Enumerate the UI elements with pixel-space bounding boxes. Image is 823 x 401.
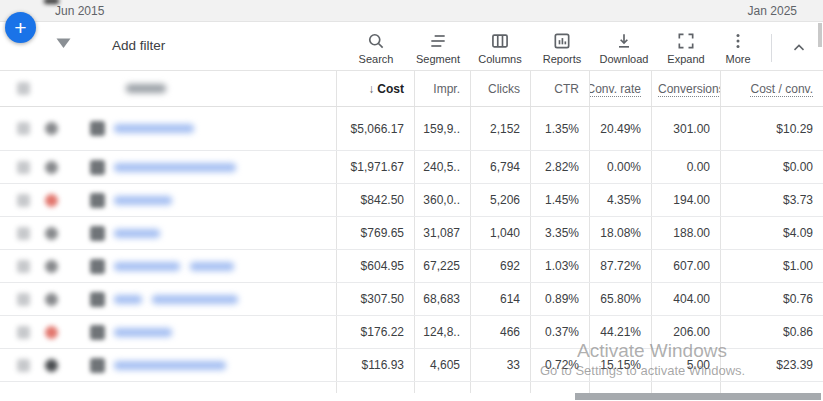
- status-icon: [45, 326, 58, 339]
- status-icon: [45, 227, 58, 240]
- table-row: $5,066.17 159,9.. 2,152 1.35% 20.49% 301…: [0, 107, 823, 151]
- campaign-type-icon: [90, 226, 105, 241]
- campaign-type-icon: [90, 160, 105, 175]
- row-checkbox[interactable]: [17, 326, 30, 339]
- reports-button[interactable]: Reports: [531, 31, 593, 65]
- timeline-strip: Jun 2015 Jan 2025: [0, 0, 823, 22]
- table-empty-strip: [0, 382, 823, 393]
- download-button[interactable]: Download: [593, 31, 655, 65]
- campaign-name-link[interactable]: [190, 262, 234, 271]
- column-header-cost-per-conv[interactable]: Cost / conv.: [720, 71, 823, 106]
- row-checkbox[interactable]: [17, 359, 30, 372]
- cell-conversions: 301.00: [651, 107, 720, 150]
- cell-ctr: 3.35%: [530, 217, 589, 249]
- cell-conv-rate: 44.21%: [589, 316, 651, 348]
- campaign-name-link[interactable]: [114, 361, 226, 370]
- search-button[interactable]: Search: [345, 31, 407, 65]
- table-row: $842.50 360,0.. 5,206 1.45% 4.35% 194.00…: [0, 184, 823, 217]
- row-checkbox[interactable]: [17, 194, 30, 207]
- table-row: $769.65 31,087 1,040 3.35% 18.08% 188.00…: [0, 217, 823, 250]
- expand-icon: [676, 31, 696, 51]
- campaign-column-header[interactable]: [0, 71, 336, 106]
- toolbar-label: Download: [600, 53, 649, 65]
- column-header-impr[interactable]: Impr.: [414, 71, 470, 106]
- cell-clicks: 692: [470, 250, 530, 282]
- cell-cost: $307.50: [336, 283, 414, 315]
- row-checkbox[interactable]: [17, 161, 30, 174]
- cell-cost: $769.65: [336, 217, 414, 249]
- cell-conversions: 5.00: [651, 349, 720, 381]
- campaign-type-icon: [90, 292, 105, 307]
- cell-cost-per-conv: $23.39: [720, 349, 823, 381]
- cell-cost: $116.93: [336, 349, 414, 381]
- expand-button[interactable]: Expand: [655, 31, 717, 65]
- cell-impr: 159,9..: [414, 107, 470, 150]
- campaign-name-link[interactable]: [114, 295, 142, 304]
- cell-clicks: 2,152: [470, 107, 530, 150]
- cell-clicks: 614: [470, 283, 530, 315]
- cell-conversions: 188.00: [651, 217, 720, 249]
- segment-button[interactable]: Segment: [407, 31, 469, 65]
- table-toolbar: Search Segment Columns Reports: [345, 25, 816, 71]
- column-header-cost[interactable]: ↓ Cost: [336, 71, 414, 106]
- row-checkbox[interactable]: [17, 227, 30, 240]
- cell-cost: $5,066.17: [336, 107, 414, 150]
- add-campaign-button[interactable]: +: [5, 12, 36, 43]
- collapse-table-button[interactable]: [782, 39, 816, 57]
- cell-cost-per-conv: $4.09: [720, 217, 823, 249]
- add-filter-button[interactable]: Add filter: [112, 38, 165, 53]
- controls-row: Add filter Search Segment Columns: [0, 22, 823, 70]
- campaign-type-icon: [90, 325, 105, 340]
- horizontal-scrollbar-thumb[interactable]: [575, 393, 821, 400]
- column-header-conversions[interactable]: Conversions: [651, 71, 720, 106]
- campaign-type-icon: [90, 358, 105, 373]
- cell-conv-rate: 65.80%: [589, 283, 651, 315]
- row-checkbox[interactable]: [17, 122, 30, 135]
- campaign-name-link[interactable]: [114, 262, 180, 271]
- status-icon: [45, 194, 58, 207]
- redacted-column-title: [126, 84, 166, 93]
- more-icon: [728, 31, 748, 51]
- campaign-name-link[interactable]: [152, 295, 238, 304]
- status-icon: [45, 122, 58, 135]
- cell-conv-rate: 18.08%: [589, 217, 651, 249]
- cell-conv-rate: 15.15%: [589, 349, 651, 381]
- columns-button[interactable]: Columns: [469, 31, 531, 65]
- campaign-name-link[interactable]: [114, 163, 236, 172]
- campaign-name-link[interactable]: [114, 229, 160, 238]
- cell-clicks: 6,794: [470, 151, 530, 183]
- timeline-start-label: Jun 2015: [55, 4, 104, 18]
- cell-cost: $604.95: [336, 250, 414, 282]
- more-button[interactable]: More: [717, 31, 759, 65]
- column-header-ctr[interactable]: CTR: [530, 71, 589, 106]
- cell-impr: 4,605: [414, 349, 470, 381]
- cell-clicks: 466: [470, 316, 530, 348]
- cell-conversions: 607.00: [651, 250, 720, 282]
- cell-cost-per-conv: $0.86: [720, 316, 823, 348]
- table-header-row: ↓ Cost Impr. Clicks CTR Conv. rate Conve…: [0, 70, 823, 107]
- cell-impr: 68,683: [414, 283, 470, 315]
- campaign-name-link[interactable]: [114, 328, 172, 337]
- campaign-name-link[interactable]: [114, 196, 172, 205]
- filter-funnel-icon[interactable]: [55, 37, 72, 51]
- cell-ctr: 1.45%: [530, 184, 589, 216]
- cell-impr: 67,225: [414, 250, 470, 282]
- column-header-conv-rate[interactable]: Conv. rate: [589, 71, 651, 106]
- row-checkbox[interactable]: [17, 293, 30, 306]
- toolbar-divider: [771, 34, 772, 62]
- toolbar-label: Search: [359, 53, 394, 65]
- campaign-name-link[interactable]: [114, 124, 194, 133]
- cell-cost-per-conv: $10.29: [720, 107, 823, 150]
- chevron-up-icon: [790, 39, 808, 57]
- row-checkbox[interactable]: [17, 260, 30, 273]
- cell-cost-per-conv: $0.00: [720, 151, 823, 183]
- status-icon: [45, 359, 58, 372]
- select-all-checkbox[interactable]: [17, 82, 30, 95]
- vertical-scrollbar-thumb[interactable]: [818, 23, 822, 47]
- table-row: $1,971.67 240,5.. 6,794 2.82% 0.00% 0.00…: [0, 151, 823, 184]
- cell-cost-per-conv: $1.00: [720, 250, 823, 282]
- cell-ctr: 0.72%: [530, 349, 589, 381]
- column-header-clicks[interactable]: Clicks: [470, 71, 530, 106]
- cell-conversions: 206.00: [651, 316, 720, 348]
- columns-icon: [490, 31, 510, 51]
